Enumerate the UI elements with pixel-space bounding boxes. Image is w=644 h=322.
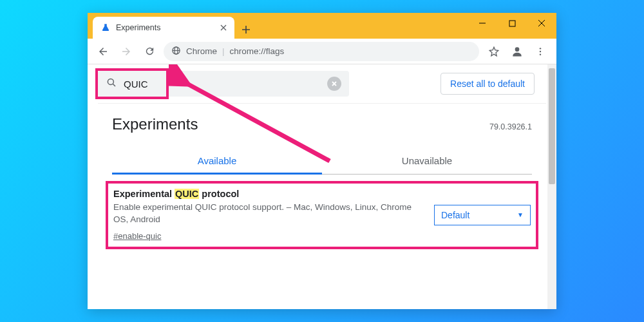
svg-point-3 (515, 47, 520, 52)
omnibox-chip: Chrome (186, 46, 217, 56)
flag-description: Enable experimental QUIC protocol suppor… (113, 202, 421, 226)
flags-search-box[interactable] (98, 71, 349, 97)
flag-state-select[interactable]: Default ▼ (434, 205, 531, 225)
page-content: Reset all to default Experiments 79.0.39… (88, 64, 556, 309)
svg-point-7 (108, 79, 113, 84)
flag-list: Experimental QUIC protocol Enable experi… (98, 175, 546, 256)
svg-point-6 (540, 53, 541, 55)
chrome-version: 79.0.3926.1 (489, 122, 532, 131)
tab-title: Experiments (116, 23, 160, 32)
titlebar: Experiments (88, 13, 556, 39)
maximize-button[interactable] (497, 13, 527, 33)
flag-title-prefix: Experimental (113, 189, 175, 199)
forward-button[interactable] (117, 43, 135, 61)
page-header: Experiments 79.0.3926.1 (98, 104, 546, 137)
omnibox-url: chrome://flags (230, 46, 285, 56)
address-bar[interactable]: Chrome | chrome://flags (164, 42, 479, 61)
reset-all-button[interactable]: Reset all to default (440, 73, 535, 95)
tab-strip: Experiments (88, 13, 255, 39)
back-button[interactable] (94, 43, 112, 61)
bookmark-star-icon[interactable] (484, 42, 504, 61)
flag-tabs: Available Unavailable (112, 149, 532, 175)
chevron-down-icon: ▼ (517, 211, 524, 218)
svg-point-4 (540, 48, 541, 49)
search-row: Reset all to default (98, 64, 546, 104)
flag-item: Experimental QUIC protocol Enable experi… (109, 185, 535, 245)
minimize-button[interactable] (468, 13, 497, 33)
menu-dots-icon[interactable] (531, 42, 550, 61)
flag-anchor-link[interactable]: #enable-quic (113, 231, 161, 241)
clear-search-icon[interactable] (327, 77, 341, 91)
browser-window: Experiments Chrome | chrome://flags (88, 13, 556, 309)
window-controls (468, 13, 556, 33)
site-info-icon[interactable] (171, 46, 181, 57)
omnibox-divider: | (222, 46, 225, 56)
toolbar: Chrome | chrome://flags (88, 39, 556, 64)
page-title: Experiments (112, 115, 198, 133)
tab-available[interactable]: Available (112, 149, 322, 175)
flags-search-input[interactable] (124, 79, 291, 90)
tab-unavailable[interactable]: Unavailable (322, 149, 532, 175)
svg-point-5 (540, 50, 541, 52)
flag-title-suffix: protocol (199, 189, 239, 199)
close-window-button[interactable] (527, 13, 556, 33)
flag-select-value: Default (441, 210, 469, 220)
new-tab-button[interactable] (237, 21, 255, 39)
close-tab-icon[interactable] (219, 23, 228, 32)
profile-avatar-icon[interactable] (507, 42, 527, 61)
reload-button[interactable] (140, 43, 158, 61)
svg-rect-0 (509, 21, 515, 26)
browser-tab[interactable]: Experiments (93, 17, 234, 39)
flag-title-highlight: QUIC (175, 189, 199, 199)
flag-title: Experimental QUIC protocol (113, 189, 421, 199)
flask-icon (100, 23, 111, 33)
search-icon (106, 77, 117, 91)
